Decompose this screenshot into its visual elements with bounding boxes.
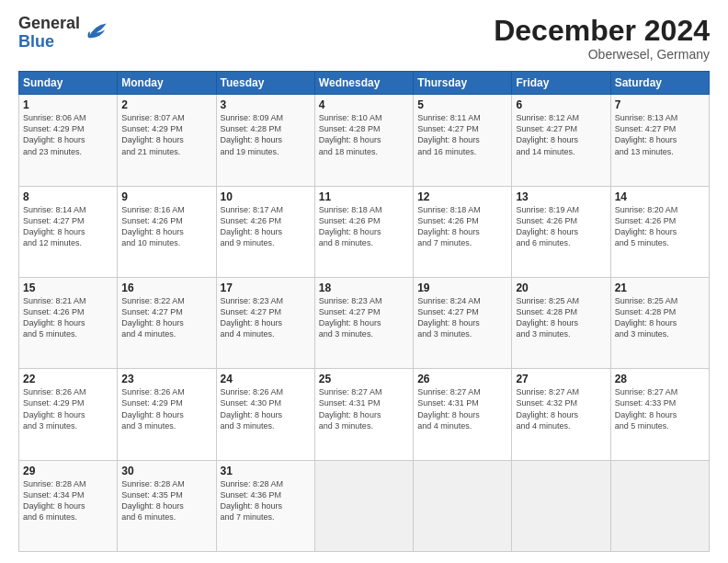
day-number: 15 [23,282,113,294]
table-row: 26Sunrise: 8:27 AM Sunset: 4:31 PM Dayli… [414,369,512,460]
day-number: 1 [23,98,113,111]
table-row: 16Sunrise: 8:22 AM Sunset: 4:27 PM Dayli… [118,277,216,368]
title-block: December 2024 Oberwesel, Germany [494,15,710,62]
calendar-week-row: 29Sunrise: 8:28 AM Sunset: 4:34 PM Dayli… [19,460,710,551]
day-number: 24 [221,373,311,385]
header-saturday: Saturday [610,72,709,95]
day-info: Sunrise: 8:06 AM Sunset: 4:29 PM Dayligh… [23,112,113,157]
day-info: Sunrise: 8:18 AM Sunset: 4:26 PM Dayligh… [417,204,507,249]
table-row: 5Sunrise: 8:11 AM Sunset: 4:27 PM Daylig… [414,95,512,186]
day-number: 31 [221,465,311,477]
header-sunday: Sunday [19,72,118,95]
day-info: Sunrise: 8:20 AM Sunset: 4:26 PM Dayligh… [615,204,705,249]
day-info: Sunrise: 8:26 AM Sunset: 4:29 PM Dayligh… [23,386,113,431]
day-info: Sunrise: 8:17 AM Sunset: 4:26 PM Dayligh… [221,204,311,249]
day-info: Sunrise: 8:23 AM Sunset: 4:27 PM Dayligh… [221,295,311,340]
table-row: 25Sunrise: 8:27 AM Sunset: 4:31 PM Dayli… [314,369,413,460]
table-row: 1Sunrise: 8:06 AM Sunset: 4:29 PM Daylig… [19,95,118,186]
day-info: Sunrise: 8:11 AM Sunset: 4:27 PM Dayligh… [417,112,507,157]
weekday-header-row: Sunday Monday Tuesday Wednesday Thursday… [19,72,710,95]
day-number: 22 [23,373,113,385]
table-row: 6Sunrise: 8:12 AM Sunset: 4:27 PM Daylig… [512,95,610,186]
table-row: 28Sunrise: 8:27 AM Sunset: 4:33 PM Dayli… [610,369,709,460]
day-number: 25 [319,373,409,385]
day-number: 17 [221,282,311,294]
month-title: December 2024 [494,15,710,47]
day-number: 23 [121,373,211,385]
day-info: Sunrise: 8:10 AM Sunset: 4:28 PM Dayligh… [319,112,409,157]
table-row: 14Sunrise: 8:20 AM Sunset: 4:26 PM Dayli… [610,186,709,277]
table-row: 3Sunrise: 8:09 AM Sunset: 4:28 PM Daylig… [216,95,314,186]
table-row: 31Sunrise: 8:28 AM Sunset: 4:36 PM Dayli… [216,460,314,551]
day-info: Sunrise: 8:27 AM Sunset: 4:33 PM Dayligh… [615,386,705,431]
table-row: 17Sunrise: 8:23 AM Sunset: 4:27 PM Dayli… [216,277,314,368]
table-row: 12Sunrise: 8:18 AM Sunset: 4:26 PM Dayli… [414,186,512,277]
day-number: 26 [417,373,507,385]
day-info: Sunrise: 8:27 AM Sunset: 4:31 PM Dayligh… [417,386,507,431]
table-row: 10Sunrise: 8:17 AM Sunset: 4:26 PM Dayli… [216,186,314,277]
day-number: 7 [615,98,705,111]
calendar-week-row: 15Sunrise: 8:21 AM Sunset: 4:26 PM Dayli… [19,277,710,368]
day-number: 30 [121,465,211,477]
header: General Blue December 2024 Oberwesel, Ge… [18,15,710,62]
day-info: Sunrise: 8:25 AM Sunset: 4:28 PM Dayligh… [615,295,705,340]
day-number: 27 [516,373,606,385]
day-number: 28 [615,373,705,385]
day-info: Sunrise: 8:25 AM Sunset: 4:28 PM Dayligh… [516,295,606,340]
day-number: 10 [221,190,311,203]
calendar-week-row: 22Sunrise: 8:26 AM Sunset: 4:29 PM Dayli… [19,369,710,460]
page: General Blue December 2024 Oberwesel, Ge… [0,0,728,563]
table-row: 9Sunrise: 8:16 AM Sunset: 4:26 PM Daylig… [118,186,216,277]
table-row: 21Sunrise: 8:25 AM Sunset: 4:28 PM Dayli… [610,277,709,368]
day-number: 8 [23,190,113,203]
calendar-week-row: 8Sunrise: 8:14 AM Sunset: 4:27 PM Daylig… [19,186,710,277]
table-row: 8Sunrise: 8:14 AM Sunset: 4:27 PM Daylig… [19,186,118,277]
table-row: 19Sunrise: 8:24 AM Sunset: 4:27 PM Dayli… [414,277,512,368]
location-subtitle: Oberwesel, Germany [494,47,710,62]
table-row: 11Sunrise: 8:18 AM Sunset: 4:26 PM Dayli… [314,186,413,277]
day-info: Sunrise: 8:27 AM Sunset: 4:31 PM Dayligh… [319,386,409,431]
day-number: 12 [417,190,507,203]
day-number: 18 [319,282,409,294]
table-row: 20Sunrise: 8:25 AM Sunset: 4:28 PM Dayli… [512,277,610,368]
table-row: 22Sunrise: 8:26 AM Sunset: 4:29 PM Dayli… [19,369,118,460]
table-row [314,460,413,551]
day-info: Sunrise: 8:14 AM Sunset: 4:27 PM Dayligh… [23,204,113,249]
table-row: 24Sunrise: 8:26 AM Sunset: 4:30 PM Dayli… [216,369,314,460]
day-number: 16 [121,282,211,294]
logo-text: General Blue [18,15,80,52]
day-number: 5 [417,98,507,111]
day-info: Sunrise: 8:26 AM Sunset: 4:29 PM Dayligh… [121,386,211,431]
day-info: Sunrise: 8:28 AM Sunset: 4:36 PM Dayligh… [221,478,311,523]
header-tuesday: Tuesday [216,72,314,95]
day-number: 21 [615,282,705,294]
table-row [610,460,709,551]
day-info: Sunrise: 8:27 AM Sunset: 4:32 PM Dayligh… [516,386,606,431]
table-row: 4Sunrise: 8:10 AM Sunset: 4:28 PM Daylig… [314,95,413,186]
day-number: 4 [319,98,409,111]
day-info: Sunrise: 8:28 AM Sunset: 4:34 PM Dayligh… [23,478,113,523]
calendar-table: Sunday Monday Tuesday Wednesday Thursday… [18,71,710,552]
day-info: Sunrise: 8:16 AM Sunset: 4:26 PM Dayligh… [121,204,211,249]
header-wednesday: Wednesday [314,72,413,95]
table-row [512,460,610,551]
day-number: 6 [516,98,606,111]
calendar-week-row: 1Sunrise: 8:06 AM Sunset: 4:29 PM Daylig… [19,95,710,186]
table-row: 23Sunrise: 8:26 AM Sunset: 4:29 PM Dayli… [118,369,216,460]
day-number: 3 [221,98,311,111]
day-info: Sunrise: 8:23 AM Sunset: 4:27 PM Dayligh… [319,295,409,340]
day-number: 20 [516,282,606,294]
day-info: Sunrise: 8:28 AM Sunset: 4:35 PM Dayligh… [121,478,211,523]
day-number: 2 [121,98,211,111]
table-row: 2Sunrise: 8:07 AM Sunset: 4:29 PM Daylig… [118,95,216,186]
table-row [414,460,512,551]
logo-blue: Blue [18,33,80,52]
header-monday: Monday [118,72,216,95]
day-info: Sunrise: 8:19 AM Sunset: 4:26 PM Dayligh… [516,204,606,249]
logo-general: General [18,15,80,33]
day-info: Sunrise: 8:13 AM Sunset: 4:27 PM Dayligh… [615,112,705,157]
table-row: 18Sunrise: 8:23 AM Sunset: 4:27 PM Dayli… [314,277,413,368]
header-friday: Friday [512,72,610,95]
day-info: Sunrise: 8:26 AM Sunset: 4:30 PM Dayligh… [221,386,311,431]
day-number: 13 [516,190,606,203]
